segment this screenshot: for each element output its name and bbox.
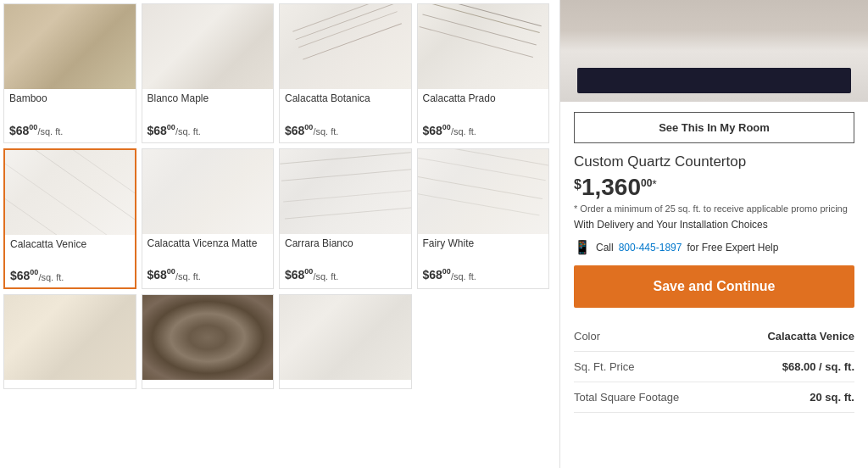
product-grid: Bamboo$6800/sq. ft.Blanco Maple$6800/sq.… — [0, 0, 553, 393]
price-cents: 00 — [641, 177, 652, 189]
price-unit-calacatta-botanica: /sq. ft. — [313, 126, 338, 136]
price-main-calacatta-botanica: $6800 — [285, 124, 313, 137]
product-info-blanco-maple: Blanco Maple$6800/sq. ft. — [142, 89, 274, 142]
product-info-bamboo: Bamboo$6800/sq. ft. — [4, 89, 136, 142]
price-unit-calacatta-venice: /sq. ft. — [38, 271, 64, 281]
detail-label-2: Total Square Footage — [574, 382, 715, 413]
price-main-calacatta-venice: $6800 — [10, 269, 38, 282]
price-main-carrara-bianco: $6800 — [285, 268, 313, 281]
product-card-calacatta-venice[interactable]: Calacatta Venice$6800/sq. ft. — [3, 148, 136, 290]
product-image-calacatta-vicenza-matte — [142, 149, 274, 234]
price-display: $ 1,360 00 * — [574, 176, 854, 199]
detail-value-0: Calacatta Venice — [715, 321, 855, 352]
product-image-calacatta-prado — [418, 4, 549, 89]
product-image-bottom2 — [142, 295, 274, 380]
price-main-blanco-maple: $6800 — [147, 124, 175, 137]
product-info-fairy-white: Fairy White$6800/sq. ft. — [418, 234, 549, 287]
product-price-calacatta-prado: $6800/sq. ft. — [423, 123, 544, 137]
price-unit-calacatta-vicenza-matte: /sq. ft. — [175, 270, 201, 281]
price-note: * Order a minimum of 25 sq. ft. to recei… — [574, 203, 854, 215]
right-content: See This In My Room Custom Quartz Counte… — [560, 102, 868, 423]
product-name-carrara-bianco: Carrara Bianco — [285, 237, 406, 261]
phone-help: 📱 Call 800-445-1897 for Free Expert Help — [574, 239, 854, 255]
product-name-calacatta-vicenza-matte: Calacatta Vicenza Matte — [147, 237, 269, 261]
product-name-calacatta-venice: Calacatta Venice — [10, 238, 130, 262]
detail-label-0: Color — [574, 321, 715, 352]
product-name-bamboo: Bamboo — [9, 92, 131, 116]
product-price-bamboo: $6800/sq. ft. — [9, 123, 131, 137]
product-image-carrara-bianco — [280, 149, 411, 234]
right-panel: See This In My Room Custom Quartz Counte… — [559, 0, 868, 468]
product-image-blanco-maple — [142, 4, 274, 89]
price-dollar-sign: $ — [574, 177, 581, 192]
phone-label: Call — [596, 242, 614, 254]
price-unit-blanco-maple: /sq. ft. — [175, 126, 201, 136]
see-in-room-button[interactable]: See This In My Room — [574, 112, 854, 143]
product-card-blanco-maple[interactable]: Blanco Maple$6800/sq. ft. — [142, 3, 275, 143]
product-info-bottom3 — [280, 380, 411, 388]
hero-image — [560, 0, 868, 102]
product-image-calacatta-venice — [5, 150, 135, 235]
price-sup-calacatta-venice: 00 — [30, 269, 38, 277]
phone-number[interactable]: 800-445-1897 — [619, 242, 682, 254]
product-name-calacatta-prado: Calacatta Prado — [423, 92, 544, 116]
price-amount: 1,360 — [581, 176, 641, 199]
product-info-bottom1 — [4, 380, 136, 388]
product-price-blanco-maple: $6800/sq. ft. — [147, 123, 269, 137]
product-card-calacatta-botanica[interactable]: Calacatta Botanica$6800/sq. ft. — [279, 3, 412, 143]
product-image-calacatta-botanica — [280, 4, 411, 89]
product-info-calacatta-venice: Calacatta Venice$6800/sq. ft. — [5, 235, 135, 288]
product-name-calacatta-botanica: Calacatta Botanica — [285, 92, 406, 116]
price-asterisk: * — [652, 177, 656, 191]
product-image-fairy-white — [418, 149, 549, 234]
product-card-bamboo[interactable]: Bamboo$6800/sq. ft. — [3, 3, 136, 143]
product-info-calacatta-botanica: Calacatta Botanica$6800/sq. ft. — [280, 89, 411, 142]
product-card-bottom1[interactable] — [3, 294, 136, 389]
price-unit-carrara-bianco: /sq. ft. — [313, 270, 338, 281]
price-unit-calacatta-prado: /sq. ft. — [451, 126, 476, 136]
price-sup-calacatta-botanica: 00 — [304, 123, 313, 131]
price-main-fairy-white: $6800 — [423, 268, 451, 281]
product-image-bottom3 — [280, 295, 411, 380]
product-image-bottom1 — [4, 295, 136, 380]
product-card-calacatta-vicenza-matte[interactable]: Calacatta Vicenza Matte$6800/sq. ft. — [142, 148, 275, 290]
product-name-blanco-maple: Blanco Maple — [147, 92, 269, 116]
price-unit-fairy-white: /sq. ft. — [451, 270, 476, 281]
phone-icon: 📱 — [574, 239, 591, 255]
price-sup-calacatta-vicenza-matte: 00 — [167, 268, 175, 276]
product-image-bamboo — [4, 4, 136, 89]
product-price-carrara-bianco: $6800/sq. ft. — [285, 268, 406, 282]
save-continue-button[interactable]: Save and Continue — [574, 265, 854, 308]
product-name-fairy-white: Fairy White — [423, 237, 544, 261]
detail-value-2: 20 sq. ft. — [715, 382, 855, 413]
price-main-bamboo: $6800 — [9, 124, 37, 137]
product-card-carrara-bianco[interactable]: Carrara Bianco$6800/sq. ft. — [279, 148, 412, 290]
detail-row-0: ColorCalacatta Venice — [574, 321, 854, 352]
price-main-calacatta-prado: $6800 — [423, 124, 451, 137]
price-sup-bamboo: 00 — [29, 123, 37, 131]
product-grid-panel: Bamboo$6800/sq. ft.Blanco Maple$6800/sq.… — [0, 0, 559, 468]
product-card-fairy-white[interactable]: Fairy White$6800/sq. ft. — [417, 148, 550, 290]
product-info-carrara-bianco: Carrara Bianco$6800/sq. ft. — [280, 234, 411, 287]
price-main-calacatta-vicenza-matte: $6800 — [147, 268, 175, 281]
product-price-fairy-white: $6800/sq. ft. — [423, 268, 544, 282]
delivery-note: With Delivery and Your Installation Choi… — [574, 219, 854, 231]
detail-value-1: $68.00 / sq. ft. — [715, 352, 855, 382]
phone-after: for Free Expert Help — [687, 242, 778, 254]
product-card-bottom2[interactable] — [142, 294, 275, 389]
price-sup-carrara-bianco: 00 — [304, 268, 313, 276]
details-table: ColorCalacatta VeniceSq. Ft. Price$68.00… — [574, 321, 854, 413]
product-info-calacatta-vicenza-matte: Calacatta Vicenza Matte$6800/sq. ft. — [142, 234, 274, 287]
price-sup-fairy-white: 00 — [442, 268, 451, 276]
price-sup-blanco-maple: 00 — [167, 123, 175, 131]
product-price-calacatta-vicenza-matte: $6800/sq. ft. — [147, 268, 269, 282]
detail-label-1: Sq. Ft. Price — [574, 352, 715, 382]
product-card-bottom3[interactable] — [279, 294, 412, 389]
price-sup-calacatta-prado: 00 — [442, 123, 451, 131]
price-unit-bamboo: /sq. ft. — [37, 126, 63, 136]
product-price-calacatta-botanica: $6800/sq. ft. — [285, 123, 406, 137]
product-info-bottom2 — [142, 380, 274, 388]
product-card-calacatta-prado[interactable]: Calacatta Prado$6800/sq. ft. — [417, 3, 550, 143]
product-price-calacatta-venice: $6800/sq. ft. — [10, 269, 130, 283]
detail-row-2: Total Square Footage20 sq. ft. — [574, 382, 854, 413]
